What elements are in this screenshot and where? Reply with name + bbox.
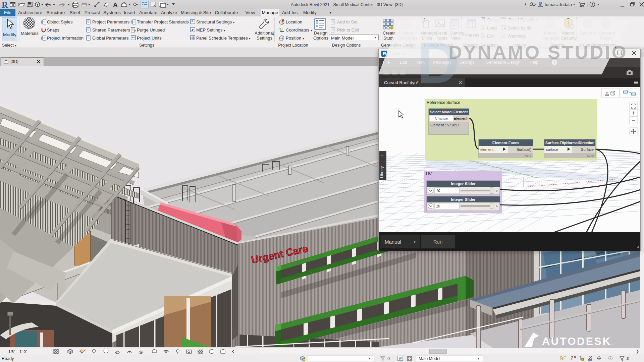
- svg-text:Surface[]: Surface[]: [517, 147, 531, 152]
- svg-text:1: 1: [106, 3, 108, 5]
- svg-text:!: !: [503, 34, 503, 37]
- svg-text:Select Model Element: Select Model Element: [430, 110, 468, 114]
- svg-text:?: ?: [591, 3, 594, 7]
- svg-text:AUTO: AUTO: [587, 155, 594, 157]
- svg-text:0.0: 0.0: [132, 36, 135, 38]
- svg-text:tomasz.fudala: tomasz.fudala: [545, 2, 572, 7]
- svg-text:Surface: Surface: [581, 147, 594, 152]
- svg-text:Element : 571097: Element : 571097: [430, 123, 459, 127]
- svg-text:Element.Faces: Element.Faces: [492, 141, 520, 145]
- svg-text:AUTO: AUTO: [525, 155, 531, 157]
- svg-text:S: S: [191, 20, 193, 23]
- svg-text::0: :0: [626, 356, 629, 361]
- svg-text:Change: Change: [435, 116, 448, 120]
- svg-text:AUTODESK.: AUTODESK.: [542, 335, 614, 347]
- svg-text:10: 10: [436, 204, 440, 208]
- svg-text:surface: surface: [546, 147, 558, 152]
- svg-text:Integer Slider: Integer Slider: [451, 182, 476, 186]
- svg-text:Integer Slider: Integer Slider: [451, 197, 476, 201]
- svg-text:A: A: [482, 35, 483, 37]
- svg-text:element: element: [480, 147, 493, 152]
- svg-text:Element: Element: [454, 116, 467, 120]
- svg-text:R: R: [2, 0, 8, 9]
- svg-text:>: >: [496, 204, 498, 208]
- svg-text:A: A: [113, 1, 118, 8]
- svg-text:Reference Surface: Reference Surface: [427, 100, 460, 105]
- svg-text:UV: UV: [426, 172, 432, 176]
- svg-text:>: >: [496, 189, 498, 193]
- svg-text:Surface.FlipNormalDirection: Surface.FlipNormalDirection: [545, 141, 594, 145]
- svg-text:10: 10: [436, 189, 440, 193]
